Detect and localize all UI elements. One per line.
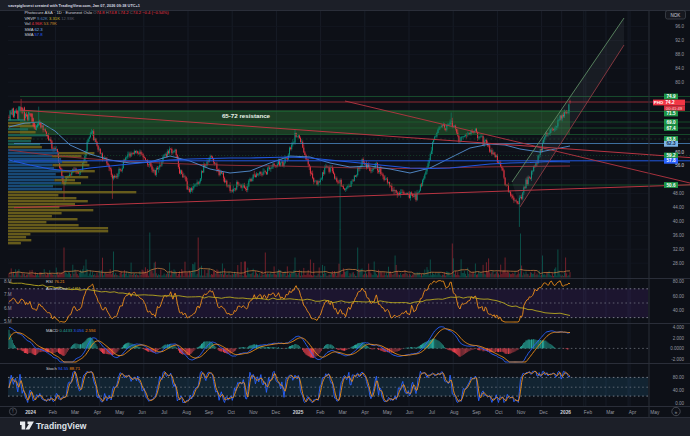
- svg-text:69.0: 69.0: [667, 120, 676, 125]
- svg-text:May: May: [650, 410, 660, 415]
- svg-text:Jun: Jun: [138, 410, 146, 415]
- svg-text:Aug: Aug: [450, 410, 459, 415]
- svg-text:92.0: 92.0: [675, 38, 684, 43]
- svg-text:MACD 0.4433 3.056 2.594: MACD 0.4433 3.056 2.594: [46, 328, 96, 333]
- svg-text:-2.000: -2.000: [671, 357, 684, 362]
- svg-text:May: May: [383, 410, 393, 415]
- svg-text:Dec: Dec: [539, 410, 548, 415]
- svg-text:Jun: Jun: [406, 410, 414, 415]
- svg-text:50.6: 50.6: [667, 183, 676, 188]
- svg-text:PHO: PHO: [654, 100, 664, 105]
- svg-text:Feb: Feb: [584, 410, 593, 415]
- svg-text:Sep: Sep: [472, 410, 481, 415]
- svg-text:71.5: 71.5: [667, 111, 676, 116]
- svg-text:May: May: [115, 410, 125, 415]
- svg-text:2025: 2025: [293, 410, 304, 415]
- svg-text:74.9: 74.9: [667, 94, 676, 99]
- svg-text:7.M: 7.M: [4, 292, 12, 297]
- svg-text:28.00: 28.00: [673, 261, 685, 266]
- svg-text:!: !: [12, 409, 13, 414]
- svg-text:56.0: 56.0: [675, 163, 684, 168]
- svg-text:0.00: 0.00: [675, 401, 684, 406]
- svg-text:Oct: Oct: [495, 410, 503, 415]
- svg-text:Apr: Apr: [94, 410, 102, 415]
- svg-text:TradingView: TradingView: [36, 421, 87, 431]
- svg-text:»: »: [675, 409, 678, 415]
- svg-text:59.2: 59.2: [667, 153, 676, 158]
- svg-text:32.00: 32.00: [673, 247, 685, 252]
- svg-text:Photocure ASA · 1D · Euronext: Photocure ASA · 1D · Euronext Oslo O74.8…: [25, 10, 170, 15]
- svg-text:Mar: Mar: [339, 410, 348, 415]
- svg-text:Sep: Sep: [205, 410, 214, 415]
- svg-text:Apr: Apr: [629, 410, 637, 415]
- svg-text:96.0: 96.0: [675, 24, 684, 29]
- svg-text:36.00: 36.00: [673, 233, 685, 238]
- svg-text:Mar: Mar: [71, 410, 80, 415]
- svg-text:80.00: 80.00: [673, 279, 685, 284]
- svg-text:Feb: Feb: [49, 410, 58, 415]
- svg-text:SMA 62.3: SMA 62.3: [25, 27, 44, 32]
- svg-text:84.0: 84.0: [675, 66, 684, 71]
- svg-text:Vol 4.96K 53.79K: Vol 4.96K 53.79K: [25, 21, 58, 26]
- svg-text:65-72 resistance: 65-72 resistance: [222, 112, 271, 119]
- svg-text:6.M: 6.M: [4, 306, 12, 311]
- svg-text:Aug: Aug: [182, 410, 191, 415]
- svg-text:8.M: 8.M: [4, 279, 12, 284]
- svg-text:Oct: Oct: [227, 410, 235, 415]
- svg-text:80.00: 80.00: [673, 375, 685, 380]
- svg-text:40.00: 40.00: [673, 388, 685, 393]
- svg-text:60.00: 60.00: [673, 294, 685, 299]
- svg-text:00:41:49: 00:41:49: [666, 106, 683, 111]
- svg-text:Jul: Jul: [429, 410, 435, 415]
- svg-text:88.0: 88.0: [675, 52, 684, 57]
- svg-text:0.0000: 0.0000: [670, 346, 684, 351]
- svg-text:5.M: 5.M: [4, 319, 12, 324]
- svg-text:RSI 76.21: RSI 76.21: [46, 279, 65, 284]
- svg-text:2024: 2024: [25, 410, 36, 415]
- svg-text:48.00: 48.00: [673, 191, 685, 196]
- svg-text:Mar: Mar: [606, 410, 615, 415]
- svg-text:40.00: 40.00: [673, 219, 685, 224]
- svg-text:Apr: Apr: [361, 410, 369, 415]
- svg-text:74.2: 74.2: [666, 100, 675, 105]
- svg-text:57.8: 57.8: [667, 158, 676, 163]
- svg-text:44.00: 44.00: [673, 205, 685, 210]
- svg-text:NOK: NOK: [671, 13, 681, 18]
- svg-text:Accum/Dist 5.44M: Accum/Dist 5.44M: [46, 286, 80, 291]
- svg-text:4.000: 4.000: [673, 325, 685, 330]
- svg-text:savepiglovest created with Tra: savepiglovest created with TradingView.c…: [8, 3, 141, 8]
- svg-text:67.4: 67.4: [667, 126, 676, 131]
- svg-text:Nov: Nov: [249, 410, 258, 415]
- svg-text:80.0: 80.0: [675, 80, 684, 85]
- svg-text:Dec: Dec: [272, 410, 281, 415]
- svg-text:Nov: Nov: [517, 410, 526, 415]
- svg-text:2.000: 2.000: [673, 336, 685, 341]
- svg-text:Jul: Jul: [161, 410, 167, 415]
- svg-text:40.00: 40.00: [673, 308, 685, 313]
- svg-text:Feb: Feb: [316, 410, 325, 415]
- svg-text:2026: 2026: [560, 410, 571, 415]
- svg-text:62.3: 62.3: [667, 141, 676, 146]
- svg-text:SMA 57.8: SMA 57.8: [25, 32, 44, 37]
- svg-text:VRVP 9.62K 3.31K 12.93K: VRVP 9.62K 3.31K 12.93K: [25, 16, 75, 21]
- svg-text:Stoch 94.55 88.71: Stoch 94.55 88.71: [46, 366, 81, 371]
